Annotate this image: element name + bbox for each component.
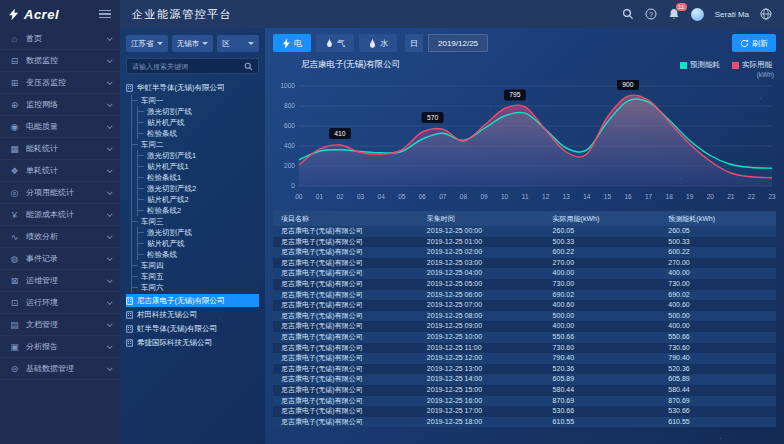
tree-line-node[interactable]: 贴片机产线 (138, 238, 259, 249)
svg-text:14: 14 (583, 193, 591, 200)
tree-node-label: 激光切割产线1 (147, 151, 196, 161)
table-row: 尼吉康电子(无锡)有限公司2019-12-25 00:00260.05260.0… (273, 226, 776, 237)
language-globe-icon[interactable] (760, 8, 772, 20)
svg-text:06: 06 (419, 193, 427, 200)
tree-line-node[interactable]: 检验条线1 (138, 172, 259, 183)
province-select[interactable]: 江苏省 (126, 35, 168, 52)
search-icon[interactable] (622, 8, 634, 20)
avatar[interactable] (691, 8, 704, 21)
table-header-row: 项目名称采集时间实际用能(kWh)预测能耗(kWh) (273, 211, 776, 226)
table-row: 尼吉康电子(无锡)有限公司2019-12-25 08:00500.00500.0… (273, 311, 776, 322)
sidebar-item-event-record[interactable]: ◍事件记录 (0, 248, 120, 270)
sidebar-item-document-management[interactable]: ▤文档管理 (0, 314, 120, 336)
date-granularity-button[interactable]: 日 (405, 34, 423, 52)
tree-company-node[interactable]: 虹半导体(无锡)有限公司 (126, 322, 259, 336)
tree-line-node[interactable]: 检验条线2 (138, 205, 259, 216)
table-cell: 2019-12-25 09:00 (419, 321, 545, 332)
table-cell: 870.69 (545, 396, 661, 407)
tree-node-label: 华虹半导体(无锡)有限公司 (137, 83, 225, 93)
table-row: 尼吉康电子(无锡)有限公司2019-12-25 02:00600.22600.2… (273, 247, 776, 258)
tree-line-node[interactable]: 贴片机产线1 (138, 161, 259, 172)
tree-line-node[interactable]: 激光切割产线1 (138, 150, 259, 161)
table-cell: 870.69 (660, 396, 776, 407)
legend-predicted[interactable]: 预测能耗 (680, 60, 720, 70)
chevron-down-icon (107, 167, 113, 173)
basic-data-management-icon: ⊜ (9, 364, 20, 374)
tree-search-input[interactable] (132, 63, 241, 70)
table-cell: 580.44 (545, 385, 661, 396)
table-cell: 尼吉康电子(无锡)有限公司 (273, 332, 419, 343)
tree-company-node[interactable]: 村田科技无锡公司 (126, 308, 259, 322)
tree-node-label: 车间二 (141, 140, 164, 150)
sidebar-item-energy-cost-stats[interactable]: ¥能源成本统计 (0, 204, 120, 226)
tree-line-node[interactable]: 贴片机产线 (138, 117, 259, 128)
help-icon[interactable]: ? (645, 8, 657, 20)
sidebar-item-operation-maintenance[interactable]: ⊠运维管理 (0, 270, 120, 292)
sidebar-item-unit-consumption-stats[interactable]: ❖单耗统计 (0, 160, 120, 182)
tab-gas[interactable]: 气 (316, 34, 354, 52)
event-record-icon: ◍ (9, 254, 20, 264)
body: ⌂首页⊟数据监控⊞变压器监控⊕监控网络◉电能质量▦能耗统计❖单耗统计◎分项用能统… (0, 28, 784, 444)
tree-line-node[interactable]: 检验条线 (138, 128, 259, 139)
table-cell: 尼吉康电子(无锡)有限公司 (273, 247, 419, 258)
sidebar-item-data-monitor[interactable]: ⊟数据监控 (0, 50, 120, 72)
sidebar-item-label: 变压器监控 (26, 77, 66, 88)
sidebar-item-runtime-environment[interactable]: ⊡运行环境 (0, 292, 120, 314)
tab-water[interactable]: 水 (359, 34, 397, 52)
date-picker[interactable]: 2019/12/25 (428, 34, 488, 52)
tree-workshop-node[interactable]: 车间六 (132, 282, 259, 293)
notifications-bell-icon[interactable]: 11 (668, 8, 680, 20)
svg-text:0: 0 (291, 182, 295, 189)
sidebar-item-label: 绩效分析 (26, 231, 58, 242)
water-drop-icon (368, 38, 377, 49)
sidebar-item-label: 单耗统计 (26, 165, 58, 176)
search-icon[interactable] (244, 62, 253, 71)
svg-text:13: 13 (563, 193, 571, 200)
sidebar-item-analysis-report[interactable]: ▣分析报告 (0, 336, 120, 358)
tree-workshop-node[interactable]: 车间三 (132, 216, 259, 227)
menu-collapse-icon[interactable] (99, 7, 111, 22)
tree-company-node[interactable]: 华虹半导体(无锡)有限公司 (126, 81, 259, 95)
sidebar-item-home[interactable]: ⌂首页 (0, 28, 120, 50)
sidebar-item-transformer-monitor[interactable]: ⊞变压器监控 (0, 72, 120, 94)
svg-text:19: 19 (686, 193, 694, 200)
sidebar-item-performance-analysis[interactable]: ∿绩效分析 (0, 226, 120, 248)
tree-workshop-node[interactable]: 车间二 (132, 139, 259, 150)
city-select[interactable]: 无锡市 (172, 35, 214, 52)
table-cell: 尼吉康电子(无锡)有限公司 (273, 311, 419, 322)
district-select[interactable]: 区 (217, 35, 259, 52)
table-cell: 尼吉康电子(无锡)有限公司 (273, 385, 419, 396)
table-cell: 尼吉康电子(无锡)有限公司 (273, 290, 419, 301)
sidebar-item-monitor-network[interactable]: ⊕监控网络 (0, 94, 120, 116)
energy-consumption-stats-icon: ▦ (9, 144, 20, 154)
building-icon (126, 325, 133, 333)
sidebar-item-energy-consumption-stats[interactable]: ▦能耗统计 (0, 138, 120, 160)
tree-company-node[interactable]: 希捷国际科技无锡公司 (126, 336, 259, 350)
sidebar-item-label: 能源成本统计 (26, 209, 74, 220)
tree-line-node[interactable]: 检验条线 (138, 249, 259, 260)
tree-line-node[interactable]: 激光切割产线 (138, 106, 259, 117)
acrel-logo-icon (9, 8, 19, 21)
tree-company-node-selected[interactable]: 尼吉康电子(无锡)有限公司 (126, 294, 259, 307)
svg-text:07: 07 (439, 193, 447, 200)
table-cell: 2019-12-25 02:00 (419, 247, 545, 258)
table-cell: 260.05 (660, 226, 776, 237)
tree-node-label: 激光切割产线 (147, 228, 192, 238)
refresh-button[interactable]: 刷新 (732, 34, 776, 52)
app-window: Acrel 企业能源管控平台 ? 11 Serati Ma (0, 0, 784, 444)
table-row: 尼吉康电子(无锡)有限公司2019-12-25 04:00400.00400.0… (273, 268, 776, 279)
tree-workshop-node[interactable]: 车间五 (132, 271, 259, 282)
legend-actual[interactable]: 实际用能 (732, 60, 772, 70)
tree-workshop-node[interactable]: 车间一 (132, 95, 259, 106)
svg-text:400: 400 (284, 142, 295, 149)
sidebar-item-basic-data-management[interactable]: ⊜基础数据管理 (0, 358, 120, 380)
table-cell: 尼吉康电子(无锡)有限公司 (273, 396, 419, 407)
sidebar-item-power-quality[interactable]: ◉电能质量 (0, 116, 120, 138)
tree-line-node[interactable]: 激光切割产线 (138, 227, 259, 238)
tab-electricity[interactable]: 电 (273, 34, 311, 52)
tree-line-node[interactable]: 贴片机产线2 (138, 194, 259, 205)
sidebar-item-subitem-energy-stats[interactable]: ◎分项用能统计 (0, 182, 120, 204)
tree-line-node[interactable]: 激光切割产线2 (138, 183, 259, 194)
tree-workshop-node[interactable]: 车间四 (132, 260, 259, 271)
table-cell: 690.02 (660, 290, 776, 301)
